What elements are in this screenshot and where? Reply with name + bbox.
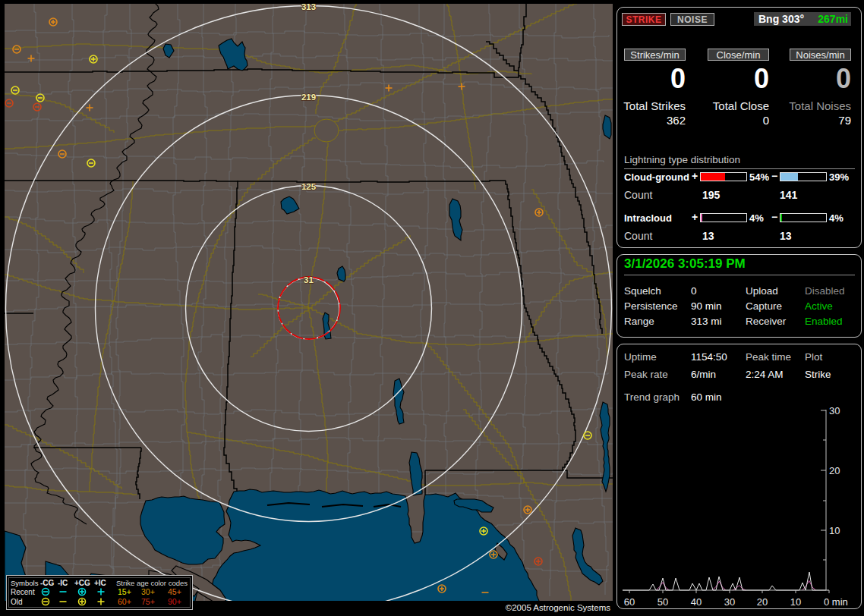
svg-text:-CG: -CG	[40, 579, 55, 587]
svg-text:75+: 75+	[141, 597, 155, 606]
svg-text:125: 125	[301, 182, 317, 191]
svg-text:90+: 90+	[168, 597, 181, 606]
svg-text:Old: Old	[11, 598, 23, 606]
svg-text:Symbols: Symbols	[11, 579, 39, 587]
svg-text:Recent: Recent	[11, 588, 35, 596]
svg-text:+IC: +IC	[94, 579, 106, 587]
svg-text:30+: 30+	[141, 587, 155, 596]
svg-text:31: 31	[304, 275, 314, 284]
svg-text:219: 219	[301, 93, 316, 102]
svg-text:©2005 Astrogenic Systems: ©2005 Astrogenic Systems	[506, 603, 610, 612]
svg-text:45+: 45+	[168, 587, 181, 596]
svg-text:+CG: +CG	[74, 579, 90, 587]
svg-text:60+: 60+	[118, 597, 131, 606]
svg-text:-IC: -IC	[58, 579, 68, 587]
svg-text:Strike age color codes: Strike age color codes	[116, 579, 188, 587]
svg-text:15+: 15+	[118, 587, 131, 596]
